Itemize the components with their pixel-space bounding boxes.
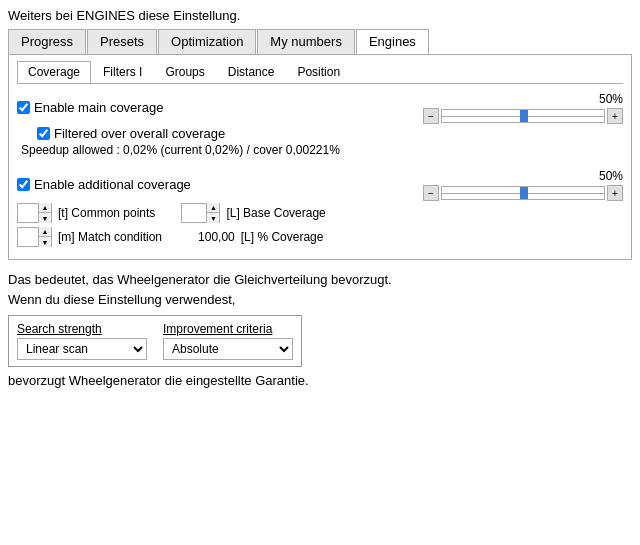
- base-coverage-label: [L] Base Coverage: [226, 206, 325, 220]
- main-coverage-pct: 50%: [599, 92, 623, 106]
- match-condition-down[interactable]: ▼: [39, 237, 51, 247]
- base-coverage-input[interactable]: 24 ▲ ▼: [181, 203, 220, 223]
- base-coverage-value[interactable]: 24: [182, 206, 206, 220]
- improvement-criteria-label: Improvement criteria: [163, 322, 293, 336]
- footer-text: bevorzugt Wheelgenerator die eingestellt…: [8, 373, 632, 388]
- dropdown-section: Search strength Linear scan Random Genet…: [8, 315, 302, 367]
- improvement-criteria-group: Improvement criteria Absolute Relative N…: [163, 322, 293, 360]
- main-slider-thumb[interactable]: [520, 110, 528, 122]
- intro-text: Weiters bei ENGINES diese Einstellung.: [8, 8, 632, 23]
- body-line2: Wenn du diese Einstellung verwendest,: [8, 290, 632, 310]
- pct-coverage-val: 100,00: [198, 230, 235, 244]
- enable-additional-checkbox-row: Enable additional coverage: [17, 177, 191, 192]
- enable-main-coverage-checkbox-row: Enable main coverage: [17, 100, 163, 115]
- enable-main-coverage-checkbox[interactable]: [17, 101, 30, 114]
- additional-slider-thumb[interactable]: [520, 187, 528, 199]
- filtered-coverage-row: Filtered over overall coverage: [37, 126, 623, 141]
- additional-coverage-slider[interactable]: − +: [423, 185, 623, 201]
- main-coverage-slider-wrap: 50% − +: [403, 92, 623, 124]
- subtab-filters[interactable]: Filters I: [92, 61, 153, 83]
- pct-coverage-label: [L] % Coverage: [241, 230, 324, 244]
- base-coverage-up[interactable]: ▲: [207, 203, 219, 213]
- filtered-coverage-label: Filtered over overall coverage: [54, 126, 225, 141]
- tab-presets[interactable]: Presets: [87, 29, 157, 54]
- common-points-label: [t] Common points: [58, 206, 155, 220]
- additional-coverage-slider-wrap: 50% − +: [403, 169, 623, 201]
- body-text: Das bedeutet, das Wheelgenerator die Gle…: [8, 270, 632, 309]
- tab-progress[interactable]: Progress: [8, 29, 86, 54]
- match-condition-arrows: ▲ ▼: [38, 227, 51, 247]
- search-strength-group: Search strength Linear scan Random Genet…: [17, 322, 147, 360]
- match-condition-input[interactable]: 1 ▲ ▼: [17, 227, 52, 247]
- additional-slider-plus[interactable]: +: [607, 185, 623, 201]
- match-condition-up[interactable]: ▲: [39, 227, 51, 237]
- common-points-down[interactable]: ▼: [39, 213, 51, 223]
- enable-additional-checkbox[interactable]: [17, 178, 30, 191]
- search-strength-select[interactable]: Linear scan Random Genetic: [17, 338, 147, 360]
- filtered-coverage-checkbox[interactable]: [37, 127, 50, 140]
- main-coverage-row: Enable main coverage 50% − +: [17, 92, 623, 124]
- common-points-up[interactable]: ▲: [39, 203, 51, 213]
- engines-panel: Coverage Filters I Groups Distance Posit…: [8, 55, 632, 260]
- improvement-criteria-select[interactable]: Absolute Relative None: [163, 338, 293, 360]
- common-points-arrows: ▲ ▼: [38, 203, 51, 223]
- tab-my-numbers[interactable]: My numbers: [257, 29, 355, 54]
- match-condition-value[interactable]: 1: [18, 230, 38, 244]
- main-coverage-slider[interactable]: − +: [423, 108, 623, 124]
- subtab-coverage[interactable]: Coverage: [17, 61, 91, 83]
- tab-engines[interactable]: Engines: [356, 29, 429, 54]
- tab-bar: Progress Presets Optimization My numbers…: [8, 29, 632, 55]
- base-coverage-down[interactable]: ▼: [207, 213, 219, 223]
- base-coverage-arrows: ▲ ▼: [206, 203, 219, 223]
- speedup-text: Speedup allowed : 0,02% (current 0,02%) …: [21, 143, 623, 157]
- additional-coverage-pct: 50%: [599, 169, 623, 183]
- main-slider-plus[interactable]: +: [607, 108, 623, 124]
- main-slider-track[interactable]: [441, 109, 605, 123]
- subtab-position[interactable]: Position: [286, 61, 351, 83]
- common-points-value[interactable]: 1: [18, 206, 38, 220]
- sub-tab-bar: Coverage Filters I Groups Distance Posit…: [17, 61, 623, 84]
- enable-additional-label: Enable additional coverage: [34, 177, 191, 192]
- common-points-input[interactable]: 1 ▲ ▼: [17, 203, 52, 223]
- additional-coverage-row: Enable additional coverage 50% − +: [17, 169, 623, 201]
- additional-slider-track[interactable]: [441, 186, 605, 200]
- body-line1: Das bedeutet, das Wheelgenerator die Gle…: [8, 270, 632, 290]
- tab-optimization[interactable]: Optimization: [158, 29, 256, 54]
- match-pct-row: 1 ▲ ▼ [m] Match condition 100,00 [L] % C…: [17, 227, 623, 247]
- additional-slider-minus[interactable]: −: [423, 185, 439, 201]
- search-strength-label: Search strength: [17, 322, 147, 336]
- enable-main-coverage-label: Enable main coverage: [34, 100, 163, 115]
- dropdown-row: Search strength Linear scan Random Genet…: [17, 322, 293, 360]
- match-condition-label: [m] Match condition: [58, 230, 162, 244]
- subtab-groups[interactable]: Groups: [154, 61, 215, 83]
- common-base-row: 1 ▲ ▼ [t] Common points 24 ▲ ▼ [L] Base …: [17, 203, 623, 223]
- subtab-distance[interactable]: Distance: [217, 61, 286, 83]
- main-slider-minus[interactable]: −: [423, 108, 439, 124]
